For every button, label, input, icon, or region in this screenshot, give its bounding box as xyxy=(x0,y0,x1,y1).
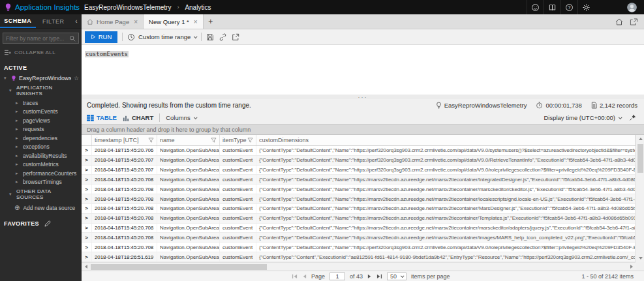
header-timestamp[interactable]: timestamp [UTC] xyxy=(92,135,157,145)
sidebar-item-traces[interactable]: ▸ traces xyxy=(0,98,82,108)
chevron-right-icon[interactable]: ▸ xyxy=(16,126,20,133)
last-page-button[interactable] xyxy=(376,274,382,279)
vertical-scrollbar[interactable] xyxy=(636,135,644,262)
row-expander-icon[interactable]: > xyxy=(82,243,92,252)
pin-icon-button[interactable] xyxy=(629,114,636,121)
export-icon-button[interactable] xyxy=(232,33,239,41)
breadcrumb-page[interactable]: Analytics xyxy=(185,4,211,11)
tab-home-page[interactable]: Home Page × xyxy=(82,14,144,29)
page-number-input[interactable] xyxy=(330,273,345,280)
edit-pencil-icon[interactable] xyxy=(44,220,51,227)
table-row[interactable]: > 2018-04-18T15:45:20.708 Navigation.Ope… xyxy=(82,194,636,204)
chevron-right-icon[interactable]: ▸ xyxy=(16,100,20,107)
chevron-right-icon[interactable]: ▸ xyxy=(16,170,20,177)
table-row[interactable]: > 2018-04-18T15:45:20.708 Navigation.Ope… xyxy=(82,175,636,185)
sidebar-item-browserTimings[interactable]: ▸ browserTimings xyxy=(0,178,82,187)
row-expander-icon[interactable]: > xyxy=(82,224,92,233)
chevron-down-icon[interactable]: ▾ xyxy=(4,76,8,81)
query-text[interactable]: customEvents xyxy=(85,51,129,57)
previous-page-button[interactable] xyxy=(302,274,307,279)
row-expander-icon[interactable]: > xyxy=(82,194,92,203)
table-row[interactable]: > 2018-04-18T15:45:20.707 Navigation.Ope… xyxy=(82,166,636,175)
sidebar-item-requests[interactable]: ▸ requests xyxy=(0,125,82,134)
next-page-button[interactable] xyxy=(367,274,372,279)
horizontal-scrollbar-thumb[interactable] xyxy=(91,264,267,270)
sidebar-item-availabilityResults[interactable]: ▸ availabilityResults xyxy=(0,151,82,160)
schema-filter-input[interactable] xyxy=(6,35,69,42)
settings-gear-icon[interactable] xyxy=(577,0,594,14)
table-row[interactable]: > 2018-04-18T15:45:20.708 Navigation.Ope… xyxy=(82,224,636,233)
feedback-smiley-icon[interactable] xyxy=(527,0,544,14)
scroll-down-arrow-icon[interactable] xyxy=(636,254,644,262)
table-row[interactable]: > 2018-04-18T15:45:20.708 Navigation.Ope… xyxy=(82,214,636,224)
table-row[interactable]: > 2018-04-18T15:45:20.708 Navigation.Ope… xyxy=(82,185,636,194)
sidebar-item-exceptions[interactable]: ▸ exceptions xyxy=(0,143,82,152)
row-expander-icon[interactable]: > xyxy=(82,185,92,194)
tab-schema[interactable]: SCHEMA xyxy=(0,14,36,28)
page-size-select[interactable]: 50 xyxy=(387,273,406,280)
close-icon[interactable]: × xyxy=(132,18,138,25)
home-button-icon[interactable] xyxy=(615,18,623,25)
row-expander-icon[interactable]: > xyxy=(82,204,92,213)
table-row[interactable]: > 2018-04-18T15:45:20.707 Navigation.Ope… xyxy=(82,156,636,166)
sidebar-collapse-chevron-icon[interactable]: ‹ xyxy=(71,14,82,28)
chevron-right-icon[interactable]: ▸ xyxy=(16,135,20,142)
sidebar-item-customMetrics[interactable]: ▸ customMetrics xyxy=(0,160,82,170)
time-range-dropdown[interactable]: Custom time range xyxy=(127,33,196,41)
sidebar-item-pageViews[interactable]: ▸ pageViews xyxy=(0,116,82,125)
display-time-dropdown[interactable]: Display time (UTC+00:00) xyxy=(544,114,621,121)
chevron-right-icon[interactable]: ▸ xyxy=(16,161,20,168)
first-page-button[interactable] xyxy=(292,274,298,279)
tab-table-view[interactable]: TABLE xyxy=(87,114,117,121)
scroll-left-arrow-icon[interactable] xyxy=(82,263,90,271)
table-row[interactable]: > 2018-04-18T15:45:20.708 Navigation.Ope… xyxy=(82,233,636,243)
vertical-scrollbar-thumb[interactable] xyxy=(637,144,643,173)
row-expander-icon[interactable]: > xyxy=(82,166,92,175)
popout-icon[interactable] xyxy=(630,18,637,25)
new-tab-button[interactable]: + xyxy=(204,14,218,29)
scroll-right-arrow-icon[interactable] xyxy=(627,263,636,271)
table-row[interactable]: > 2018-04-18T18:26:51.619 Navigation.Ope… xyxy=(82,252,636,262)
header-custom-dimensions[interactable]: customDimensions xyxy=(256,135,636,145)
sidebar-item-dependencies[interactable]: ▸ dependencies xyxy=(0,134,82,143)
row-expander-icon[interactable]: > xyxy=(82,233,92,242)
chevron-right-icon[interactable]: ▸ xyxy=(16,143,20,151)
chevron-right-icon[interactable]: ▸ xyxy=(16,179,20,186)
telemetry-app-indicator[interactable]: EasyReproWindowsTelemetry xyxy=(436,102,527,109)
scroll-up-arrow-icon[interactable] xyxy=(636,135,644,143)
header-name[interactable]: name xyxy=(157,135,220,145)
tab-chart-view[interactable]: CHART xyxy=(123,114,153,121)
link-icon-button[interactable] xyxy=(219,33,227,41)
documentation-book-icon[interactable] xyxy=(544,0,560,14)
run-button[interactable]: RUN xyxy=(85,31,117,43)
account-avatar[interactable] xyxy=(619,2,644,13)
chevron-right-icon[interactable]: ▸ xyxy=(16,117,20,125)
table-row[interactable]: > 2018-04-18T15:45:20.708 Navigation.Ope… xyxy=(82,243,636,252)
collapse-all-button[interactable]: COLLAPSE ALL xyxy=(0,46,82,59)
favorite-star-icon[interactable]: ☆ xyxy=(74,75,79,81)
sidebar-group-other-data-sources[interactable]: ▾ OTHER DATA SOURCES xyxy=(0,186,82,202)
add-data-source-button[interactable]: ⊕ Add new data source xyxy=(0,202,82,214)
filter-funnel-icon[interactable] xyxy=(148,138,154,143)
filter-funnel-icon[interactable] xyxy=(247,138,253,143)
header-item-type[interactable]: itemType xyxy=(220,135,256,145)
row-expander-icon[interactable]: > xyxy=(82,156,92,165)
close-icon[interactable]: × xyxy=(192,18,198,25)
horizontal-scrollbar[interactable] xyxy=(82,262,636,271)
row-expander-icon[interactable]: > xyxy=(82,252,92,261)
editor-results-splitter[interactable]: ··· xyxy=(82,95,644,99)
row-expander-icon[interactable]: > xyxy=(82,214,92,223)
help-question-icon[interactable]: ? xyxy=(560,0,577,14)
save-button[interactable] xyxy=(206,33,214,41)
chevron-right-icon[interactable]: ▸ xyxy=(16,108,20,115)
sidebar-item-performanceCounters[interactable]: ▸ performanceCounters xyxy=(0,169,82,178)
group-by-drop-zone[interactable]: Drag a column header and drop it here to… xyxy=(82,124,644,135)
row-expander-icon[interactable]: > xyxy=(82,146,92,155)
table-row[interactable]: > 2018-04-18T15:45:20.708 Navigation.Ope… xyxy=(82,204,636,214)
chevron-down-icon[interactable]: ▾ xyxy=(9,192,14,197)
sidebar-group-application-insights[interactable]: ▾ APPLICATION INSIGHTS xyxy=(0,83,82,98)
tab-new-query[interactable]: New Query 1 * × xyxy=(144,14,204,29)
columns-dropdown[interactable]: Columns xyxy=(166,114,196,121)
chevron-right-icon[interactable]: ▸ xyxy=(16,153,20,160)
filter-funnel-icon[interactable] xyxy=(211,138,217,143)
